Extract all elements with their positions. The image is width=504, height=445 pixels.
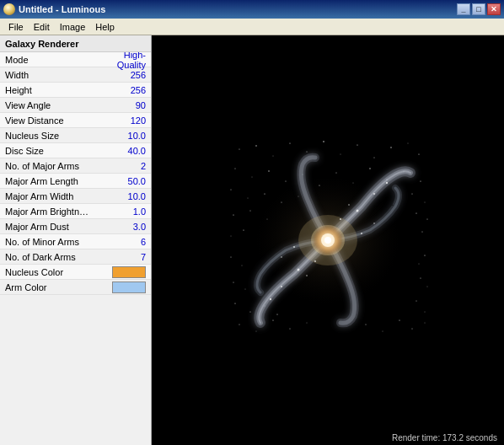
svg-point-61 <box>399 319 399 320</box>
svg-point-62 <box>412 329 413 330</box>
svg-point-26 <box>248 198 249 199</box>
svg-point-74 <box>281 286 282 287</box>
prop-label: Mode <box>0 55 96 65</box>
svg-point-43 <box>419 264 420 265</box>
prop-label: Width <box>0 70 96 80</box>
svg-point-76 <box>340 218 341 220</box>
svg-point-81 <box>373 222 375 224</box>
prop-row: View Angle90 <box>0 98 151 113</box>
svg-point-77 <box>348 204 350 206</box>
svg-point-1 <box>239 149 240 150</box>
svg-point-53 <box>425 312 426 313</box>
galaxy-container <box>227 139 429 341</box>
svg-point-57 <box>290 329 291 330</box>
svg-point-38 <box>243 229 244 230</box>
svg-point-70 <box>357 210 359 212</box>
prop-label: Nucleus Size <box>0 131 96 141</box>
svg-point-10 <box>390 147 391 147</box>
svg-point-24 <box>420 180 421 181</box>
svg-point-35 <box>416 212 416 213</box>
prop-value: 256 <box>96 85 151 95</box>
prop-label: Nucleus Color <box>0 267 112 277</box>
prop-row: Height256 <box>0 83 151 98</box>
left-panel: Galaxy Renderer ModeHigh-QualityWidth256… <box>0 35 152 445</box>
prop-label: Disc Size <box>0 146 96 156</box>
prop-label: Major Arm Dust <box>0 222 96 232</box>
svg-point-79 <box>306 275 308 276</box>
prop-row: Major Arm Width10.0 <box>0 189 151 204</box>
prop-color-swatch[interactable] <box>112 281 146 293</box>
right-panel: Render time: 173.2 seconds <box>152 35 504 445</box>
svg-point-82 <box>293 246 295 248</box>
prop-label: View Angle <box>0 100 96 110</box>
prop-row: No. of Major Arms2 <box>0 158 151 174</box>
prop-label: No. of Dark Arms <box>0 252 96 262</box>
prop-value: 1.0 <box>96 206 151 217</box>
menu-item-edit[interactable]: Edit <box>29 20 55 34</box>
prop-row: Major Arm Brightness1.0 <box>0 204 151 219</box>
prop-row: ModeHigh-Quality <box>0 52 151 67</box>
svg-point-19 <box>336 173 337 174</box>
svg-point-56 <box>272 319 273 320</box>
prop-value: 120 <box>96 115 151 126</box>
svg-point-37 <box>231 236 232 237</box>
svg-point-71 <box>373 193 375 195</box>
svg-point-7 <box>340 154 341 155</box>
prop-label: Height <box>0 85 96 95</box>
prop-label: No. of Minor Arms <box>0 237 96 247</box>
svg-point-16 <box>286 181 287 182</box>
prop-value: 6 <box>96 237 151 247</box>
svg-point-4 <box>289 142 290 143</box>
svg-point-45 <box>245 289 246 290</box>
prop-row: No. of Minor Arms6 <box>0 234 151 249</box>
svg-point-36 <box>427 219 428 220</box>
prop-color-swatch[interactable] <box>112 266 146 278</box>
minimize-button[interactable]: _ <box>457 3 470 15</box>
close-button[interactable]: ✕ <box>487 3 501 15</box>
prop-value: 10.0 <box>96 191 151 201</box>
prop-row: Arm Color <box>0 280 151 295</box>
prop-label: View Distance <box>0 115 96 126</box>
galaxy-image <box>227 139 429 341</box>
svg-point-80 <box>361 233 362 234</box>
prop-value: High-Quality <box>96 52 151 70</box>
menu-item-file[interactable]: File <box>3 20 29 34</box>
svg-point-11 <box>408 143 409 144</box>
svg-point-75 <box>270 298 271 300</box>
svg-point-52 <box>416 301 417 302</box>
menu-item-help[interactable]: Help <box>90 20 120 34</box>
app-icon <box>3 3 15 15</box>
svg-point-49 <box>250 312 251 313</box>
prop-label: No. of Major Arms <box>0 161 96 171</box>
menu-item-image[interactable]: Image <box>55 20 91 34</box>
prop-row: Width256 <box>0 67 151 83</box>
prop-value: 10.0 <box>96 131 151 141</box>
prop-row: Major Arm Dust3.0 <box>0 219 151 234</box>
svg-point-32 <box>233 214 233 215</box>
prop-label: Major Arm Width <box>0 191 96 201</box>
prop-row: No. of Dark Arms7 <box>0 249 151 265</box>
prop-row: Nucleus Size10.0 <box>0 128 151 143</box>
svg-point-60 <box>383 331 383 332</box>
svg-point-39 <box>422 232 423 233</box>
svg-point-21 <box>369 168 370 169</box>
svg-point-42 <box>424 255 425 255</box>
prop-label: Major Arm Length <box>0 176 96 186</box>
properties-table: ModeHigh-QualityWidth256Height256View An… <box>0 52 151 445</box>
svg-point-58 <box>307 323 308 324</box>
svg-point-41 <box>242 265 243 266</box>
svg-point-15 <box>268 170 269 171</box>
svg-point-13 <box>235 169 236 169</box>
svg-point-54 <box>239 324 240 325</box>
svg-point-27 <box>264 193 265 194</box>
menu-bar: FileEditImageHelp <box>0 19 504 35</box>
prop-row: Major Arm Length50.0 <box>0 174 151 189</box>
maximize-button[interactable]: □ <box>472 3 485 15</box>
prop-value: 90 <box>96 100 151 110</box>
svg-point-6 <box>323 141 324 142</box>
title-controls: _ □ ✕ <box>457 3 501 15</box>
svg-point-51 <box>276 314 277 314</box>
prop-row: Disc Size40.0 <box>0 143 151 158</box>
svg-point-59 <box>366 324 367 325</box>
title-bar-left: Untitled - Luminous <box>3 3 105 15</box>
